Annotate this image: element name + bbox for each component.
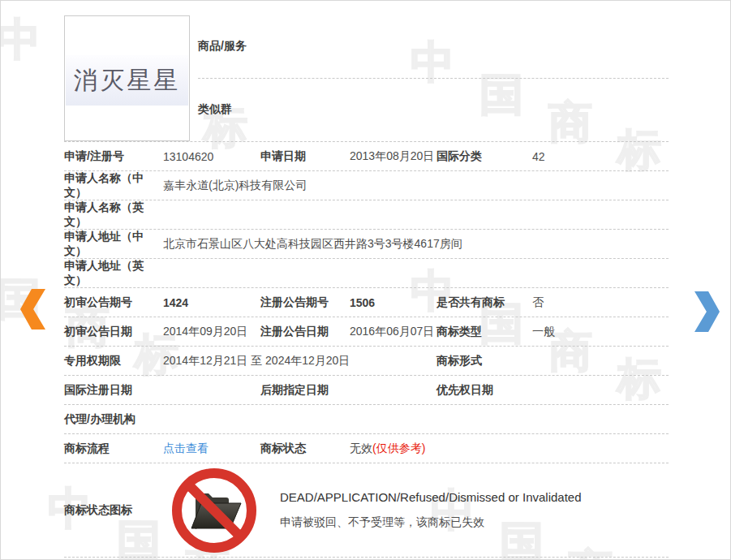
mark-type-value: 一般	[532, 325, 669, 339]
mark-form-label: 商标形式	[436, 354, 532, 368]
similar-group-row: 类似群	[198, 79, 669, 142]
table-row: 初审公告期号 1424 注册公告期号 1506 是否共有商标 否	[64, 288, 669, 317]
table-row: 申请人地址（英文）	[64, 259, 669, 288]
exclusive-period-value: 2014年12月21日 至 2024年12月20日	[163, 354, 436, 368]
applicant-cn-value: 嘉丰永道(北京)科技有限公司	[163, 179, 669, 193]
process-label: 商标流程	[64, 442, 163, 456]
app-date-label: 申请日期	[260, 149, 350, 164]
applicant-cn-label: 申请人名称（中文）	[64, 171, 163, 200]
mark-type-label: 商标类型	[436, 325, 532, 339]
table-row: 申请人名称（中文） 嘉丰永道(北京)科技有限公司	[64, 171, 669, 200]
trademark-image-text: 消灭星星	[74, 64, 181, 97]
first-pub-no-value: 1424	[163, 296, 260, 309]
priority-date-label: 优先权日期	[436, 383, 532, 398]
prohibited-folder-icon	[170, 466, 259, 555]
table-row: 申请人地址（中文） 北京市石景山区八大处高科技园区西井路3号3号楼4617房间	[64, 230, 669, 259]
intl-class-label: 国际分类	[436, 149, 532, 164]
reg-pub-date-value: 2016年06月07日	[350, 325, 436, 339]
trademark-detail-card: 中 国 商 标 中 国 商 标 中 国 商 标 中 国 商 标 中 国 商 标 …	[0, 0, 731, 560]
shared-mark-label: 是否共有商标	[436, 295, 532, 310]
table-row: 专用权期限 2014年12月21日 至 2024年12月20日 商标形式	[64, 347, 669, 376]
status-icon-line1: DEAD/APPLICATION/Refused/Dismissed or In…	[280, 490, 582, 504]
trademark-detail-content: 消灭星星 商品/服务 类似群 申请/注册号 13104620 申请日期 2013…	[64, 15, 669, 558]
shared-mark-value: 否	[532, 295, 669, 310]
table-row: 代理/办理机构	[64, 405, 669, 434]
exclusive-period-label: 专用权期限	[64, 354, 163, 368]
similar-group-label: 类似群	[198, 102, 232, 117]
watermark-char: 中	[0, 17, 41, 61]
status-icon-line2: 申请被驳回、不予受理等，该商标已失效	[280, 515, 582, 530]
table-row: 申请人名称（英文）	[64, 200, 669, 230]
app-date-value: 2013年08月20日	[350, 149, 436, 164]
address-cn-value: 北京市石景山区八大处高科技园区西井路3号3号楼4617房间	[163, 237, 669, 252]
trademark-image: 消灭星星	[64, 15, 190, 141]
reg-pub-date-label: 注册公告日期	[260, 325, 350, 339]
status-icon-label: 商标状态图标	[64, 503, 163, 518]
reg-pub-no-label: 注册公告期号	[260, 295, 350, 310]
table-row: 商标流程 点击查看 商标状态 无效(仅供参考)	[64, 434, 669, 463]
next-arrow-button[interactable]	[694, 291, 720, 332]
goods-services-label: 商品/服务	[198, 39, 247, 54]
address-en-label: 申请人地址（英文）	[64, 259, 163, 288]
status-label: 商标状态	[260, 442, 350, 456]
first-pub-date-label: 初审公告日期	[64, 325, 163, 339]
table-row: 国际注册日期 后期指定日期 优先权日期	[64, 376, 669, 405]
applicant-en-label: 申请人名称（英文）	[64, 200, 163, 230]
table-row: 初审公告日期 2014年09月20日 注册公告日期 2016年06月07日 商标…	[64, 317, 669, 347]
first-pub-no-label: 初审公告期号	[64, 295, 163, 310]
first-pub-date-value: 2014年09月20日	[163, 325, 260, 339]
process-view-link[interactable]: 点击查看	[163, 442, 209, 454]
reg-no-label: 申请/注册号	[64, 149, 163, 164]
trademark-header-section: 消灭星星 商品/服务 类似群	[64, 15, 669, 142]
intl-reg-date-label: 国际注册日期	[64, 383, 163, 398]
trademark-image-band: 消灭星星	[66, 55, 188, 106]
reg-pub-no-value: 1506	[350, 296, 436, 309]
intl-class-value: 42	[532, 150, 669, 163]
table-row: 申请/注册号 13104620 申请日期 2013年08月20日 国际分类 42	[64, 142, 669, 171]
prev-arrow-button[interactable]	[20, 289, 45, 330]
goods-services-row: 商品/服务	[198, 15, 669, 79]
status-value: 无效	[350, 442, 372, 454]
address-cn-label: 申请人地址（中文）	[64, 230, 163, 259]
goods-services-pane: 商品/服务 类似群	[190, 15, 669, 141]
later-desig-date-label: 后期指定日期	[260, 383, 350, 398]
status-note: (仅供参考)	[372, 442, 425, 454]
reg-no-value: 13104620	[163, 150, 260, 163]
agency-label: 代理/办理机构	[64, 412, 163, 427]
status-icon-row: 商标状态图标 DEAD/APPLICATION/Refused	[64, 463, 669, 558]
